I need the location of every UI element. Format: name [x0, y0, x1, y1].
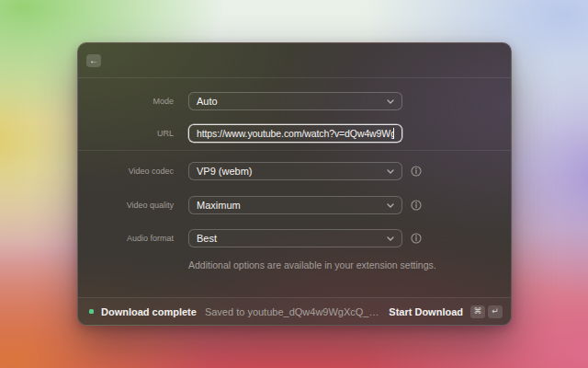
app-window: ← Mode Auto URL https://www.youtube.com/… — [77, 42, 512, 326]
back-arrow-icon: ← — [89, 56, 98, 65]
mode-value: Auto — [197, 96, 381, 107]
chevron-down-icon — [387, 99, 394, 104]
mode-label: Mode — [78, 97, 174, 106]
audio-format-value: Best — [197, 233, 381, 244]
form-row-url: URL https://www.youtube.com/watch?v=dQw4… — [78, 124, 511, 143]
form-row-audio-format: Audio format Best — [78, 229, 511, 247]
form: Mode Auto URL https://www.youtube.com/wa… — [78, 78, 511, 270]
section-divider — [78, 150, 511, 151]
shortcut-hint: ⌘ ↵ — [470, 305, 503, 318]
video-quality-value: Maximum — [197, 200, 381, 211]
status-text: Download complete — [101, 306, 197, 317]
mode-dropdown[interactable]: Auto — [188, 92, 402, 110]
status-detail: Saved to youtube_dQw4w9WgXcQ_1920×1080_v… — [205, 306, 381, 317]
url-label: URL — [78, 129, 174, 138]
url-value: https://www.youtube.com/watch?v=dQw4w9Wg… — [197, 128, 393, 139]
info-icon[interactable] — [411, 200, 422, 211]
video-codec-value: VP9 (webm) — [197, 166, 381, 177]
url-input[interactable]: https://www.youtube.com/watch?v=dQw4w9Wg… — [188, 124, 402, 143]
form-row-video-codec: Video codec VP9 (webm) — [78, 162, 511, 180]
audio-format-label: Audio format — [78, 234, 174, 243]
video-quality-label: Video quality — [78, 201, 174, 210]
info-icon[interactable] — [411, 166, 422, 177]
start-download-button[interactable]: Start Download — [389, 306, 463, 317]
video-codec-label: Video codec — [78, 167, 174, 176]
chevron-down-icon — [387, 236, 394, 241]
video-codec-dropdown[interactable]: VP9 (webm) — [188, 162, 402, 180]
chevron-down-icon — [387, 169, 394, 174]
video-quality-dropdown[interactable]: Maximum — [188, 196, 402, 214]
status-dot-icon — [89, 309, 94, 314]
cmd-key-icon: ⌘ — [470, 305, 485, 318]
window-header: ← — [78, 43, 511, 78]
settings-note: Additional options are available in your… — [78, 259, 511, 270]
form-row-video-quality: Video quality Maximum — [78, 196, 511, 214]
chevron-down-icon — [387, 203, 394, 208]
status-bar: Download complete Saved to youtube_dQw4w… — [78, 297, 511, 325]
back-button[interactable]: ← — [86, 54, 101, 67]
info-icon[interactable] — [411, 233, 422, 244]
audio-format-dropdown[interactable]: Best — [188, 229, 402, 247]
return-key-icon: ↵ — [488, 305, 503, 318]
form-row-mode: Mode Auto — [78, 92, 511, 110]
text-cursor — [393, 128, 394, 139]
